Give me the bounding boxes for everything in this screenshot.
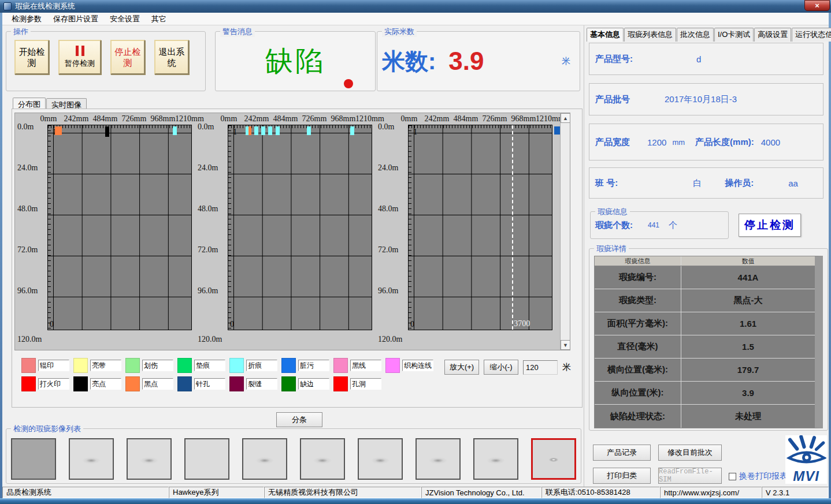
stop-detection-action-button[interactable]: 停止检测 <box>739 214 801 237</box>
info-tabstrip: 基本信息 瑕疵列表信息 批次信息 I/O卡测试 高级设置 运行状态信息 <box>587 28 831 42</box>
defect-mark[interactable] <box>254 126 258 135</box>
legend-swatch <box>333 376 348 391</box>
tab-defect-list-info[interactable]: 瑕疵列表信息 <box>624 28 676 42</box>
table-row: 缺陷处理状态: 未处理 <box>595 405 815 428</box>
menu-save-image-settings[interactable]: 保存图片设置 <box>47 13 104 25</box>
pause-detection-button[interactable]: 暂停检测 <box>58 40 101 74</box>
status-url[interactable]: http://www.wxjzsj.com/ <box>660 487 762 498</box>
defect-thumbnail[interactable] <box>11 438 56 480</box>
tab-batch-info[interactable]: 批次信息 <box>677 28 714 42</box>
row-name: 瑕疵类型: <box>595 289 681 312</box>
legend-label: 缺边 <box>298 378 329 390</box>
origin-label: 0 <box>230 320 234 329</box>
table-row: 直径(毫米) 1.5 <box>595 335 815 359</box>
right-panel: 基本信息 瑕疵列表信息 批次信息 I/O卡测试 高级设置 运行状态信息 产品型号… <box>584 25 829 488</box>
defect-mark[interactable] <box>350 126 354 135</box>
strip-split-button[interactable]: 分条 <box>276 412 322 427</box>
window-frame-left <box>0 13 2 498</box>
exit-system-label: 退出系统 <box>155 46 188 68</box>
scroll-down-icon[interactable]: ▼ <box>561 340 570 350</box>
product-model-label: 产品型号: <box>595 54 633 65</box>
row-name: 面积(平方毫米): <box>595 312 681 335</box>
legend-label: 裂缝 <box>246 378 277 390</box>
defect-thumbnail[interactable] <box>69 438 114 480</box>
defect-mark[interactable] <box>261 126 265 135</box>
x-tick: 242mm <box>425 114 450 124</box>
read-from-file-button[interactable]: ReadFromFile-SIM <box>658 468 722 484</box>
table-row: 纵向位置(米): 3.9 <box>595 382 815 405</box>
header-value: 数值 <box>681 256 815 266</box>
chart-plot-area[interactable]: 1 0 <box>228 125 372 330</box>
row-value: 未处理 <box>681 405 815 428</box>
meter-count-value: 3.9 <box>448 47 484 76</box>
menu-other[interactable]: 其它 <box>146 13 172 25</box>
defect-thumbnail[interactable] <box>358 438 403 480</box>
row-value: 179.7 <box>681 359 815 381</box>
product-batch-label: 产品批号 <box>595 94 630 105</box>
defect-thumbnail-selected[interactable] <box>531 438 576 480</box>
defect-thumbnail[interactable] <box>300 438 345 480</box>
defect-info-group-label: 瑕疵信息 <box>595 207 630 217</box>
defect-detail-table: 瑕疵信息 数值 瑕疵编号: 441A 瑕疵类型: 黑点-大 面积(平方毫米): … <box>594 256 823 428</box>
defect-mark[interactable] <box>173 126 177 135</box>
status-system-name: 品质检测系统 <box>2 487 169 498</box>
chart-plot-area[interactable]: 1 0 3700 <box>408 125 552 330</box>
y-tick-end: 120.0m <box>378 335 402 344</box>
status-phone: 联系电话:0510-85381428 <box>541 487 660 498</box>
defect-thumbnail[interactable] <box>416 438 461 480</box>
defect-mark[interactable] <box>268 126 272 135</box>
legend-item: 亮带 <box>73 358 125 373</box>
range-unit-label: 米 <box>562 362 571 373</box>
status-company-cn: 无锡精质视觉科技有限公司 <box>264 487 421 498</box>
legend-swatch <box>21 376 36 391</box>
row-value: 3.9 <box>681 382 815 404</box>
tab-run-status-info[interactable]: 运行状态信息 <box>792 28 831 42</box>
legend-item: 划伤 <box>125 358 177 373</box>
operator-value: aa <box>788 178 798 188</box>
scroll-up-icon[interactable]: ▲ <box>561 113 570 123</box>
shift-operator-row: 班 号: 白 操作员: aa <box>589 167 823 199</box>
defect-mark[interactable] <box>105 126 109 137</box>
menu-detect-params[interactable]: 检测参数 <box>6 13 47 25</box>
legend-label: 孔洞 <box>350 378 381 390</box>
legend-item: 针孔 <box>177 376 229 391</box>
tab-advanced-settings[interactable]: 高级设置 <box>754 28 791 42</box>
legend-label: 垫痕 <box>194 360 225 371</box>
start-detection-button[interactable]: 开始检测 <box>14 40 49 74</box>
roll-print-checkbox[interactable] <box>729 473 736 480</box>
zoom-out-button[interactable]: 缩小(-) <box>484 360 518 375</box>
legend-label: 划伤 <box>142 360 173 371</box>
tab-io-card-test[interactable]: I/O卡测试 <box>714 28 754 42</box>
legend-swatch <box>229 358 244 373</box>
axis-ticks <box>48 125 191 128</box>
product-record-button[interactable]: 产品记录 <box>593 445 651 461</box>
defect-thumbnail[interactable] <box>127 438 172 480</box>
modify-batch-button[interactable]: 修改目前批次 <box>658 445 722 461</box>
defect-thumbnail[interactable] <box>242 438 287 480</box>
defect-thumbnail[interactable] <box>184 438 229 480</box>
product-model-row: 产品型号: d <box>589 43 823 75</box>
defect-mark[interactable] <box>248 126 251 135</box>
tab-basic-info[interactable]: 基本信息 <box>587 28 624 42</box>
defect-detail-group-label: 瑕疵详情 <box>594 244 629 254</box>
exit-system-button[interactable]: 退出系统 <box>154 40 189 74</box>
charts-scrollbar[interactable]: ▲ ▼ <box>560 113 570 350</box>
defect-mark[interactable] <box>307 126 311 135</box>
defect-image-list-group: 检测的瑕疵影像列表 <box>6 428 581 484</box>
menu-security-settings[interactable]: 安全设置 <box>104 13 146 25</box>
close-button[interactable]: × <box>804 0 830 11</box>
legend-swatch <box>281 376 296 391</box>
defect-thumbnail[interactable] <box>473 438 518 480</box>
x-tick: 726mm <box>483 114 507 124</box>
defect-mark[interactable] <box>276 126 280 135</box>
zoom-in-button[interactable]: 放大(+) <box>444 360 479 375</box>
zoom-controls: 放大(+) 缩小(-) 米 <box>444 360 571 375</box>
stop-detection-button[interactable]: 停止检测 <box>110 40 145 74</box>
defect-type-legend: 辊印 亮带 划伤 垫痕 折痕 脏污 <box>21 356 440 395</box>
print-classify-button[interactable]: 打印归类 <box>593 468 651 484</box>
range-input[interactable] <box>523 360 558 375</box>
defect-mark[interactable] <box>55 126 62 135</box>
legend-swatch <box>73 376 88 391</box>
x-tick: 0mm <box>221 114 238 124</box>
chart-plot-area[interactable]: 1 0 <box>47 125 192 330</box>
